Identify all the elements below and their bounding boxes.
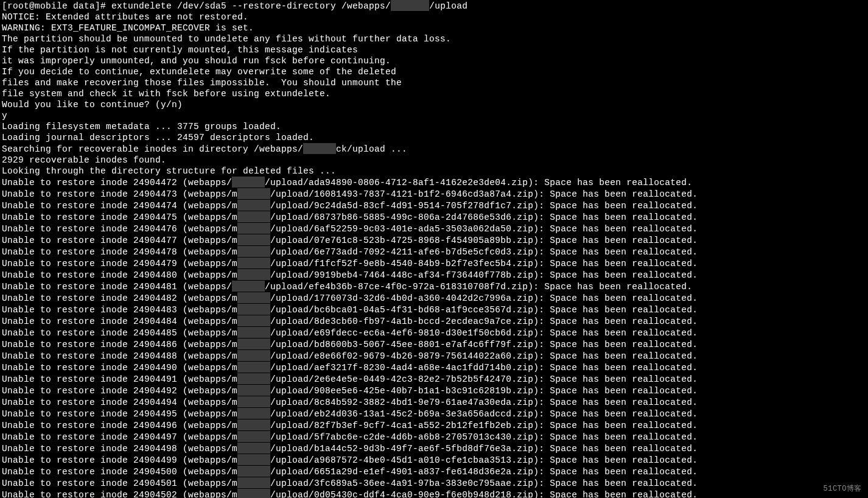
terminal-line: Looking through the directory structure … (2, 166, 866, 177)
restore-error-line: Unable to restore inode 24904483 (webapp… (2, 304, 866, 315)
restore-error-line: Unable to restore inode 24904492 (webapp… (2, 385, 866, 396)
redacted-segment (237, 246, 270, 257)
restore-error-line: Unable to restore inode 24904478 (webapp… (2, 246, 866, 258)
redacted-segment (232, 281, 265, 292)
terminal-line: Searching for recoverable inodes in dire… (2, 143, 866, 155)
redacted-segment (237, 419, 270, 430)
redacted-segment (237, 362, 270, 373)
redacted-segment (237, 443, 270, 454)
redacted-segment (237, 431, 270, 442)
redacted-segment (237, 373, 270, 384)
redacted-segment (237, 234, 270, 245)
redacted-segment (237, 304, 270, 315)
restore-error-line: Unable to restore inode 24904501 (webapp… (2, 477, 866, 489)
terminal-line: Loading filesystem metadata ... 3775 gro… (2, 121, 866, 132)
terminal-line: If the partition is not currently mounte… (2, 44, 866, 55)
terminal-line: file system and check it with fsck befor… (2, 88, 866, 99)
terminal-line: If you decide to continue, extundelete m… (2, 66, 866, 77)
redacted-segment (232, 177, 265, 188)
redacted-segment (237, 292, 270, 303)
restore-error-line: Unable to restore inode 24904500 (webapp… (2, 466, 866, 477)
restore-error-line: Unable to restore inode 24904476 (webapp… (2, 223, 866, 234)
redacted-segment (237, 408, 270, 419)
restore-error-line: Unable to restore inode 24904488 (webapp… (2, 350, 866, 362)
redacted-segment (237, 200, 270, 211)
terminal-line: WARNING: EXT3_FEATURE_INCOMPAT_RECOVER i… (2, 23, 866, 33)
restore-error-line: Unable to restore inode 24904485 (webapp… (2, 327, 866, 338)
terminal-line: 2929 recoverable inodes found. (2, 155, 866, 166)
terminal-line: The partition should be unmounted to und… (2, 33, 866, 44)
restore-error-line: Unable to restore inode 24904481 (webapp… (2, 281, 866, 292)
terminal-line: y (2, 110, 866, 121)
restore-error-line: Unable to restore inode 24904479 (webapp… (2, 258, 866, 269)
redacted-segment (237, 258, 270, 268)
redacted-segment (237, 338, 270, 349)
restore-error-line: Unable to restore inode 24904472 (webapp… (2, 177, 866, 188)
restore-error-line: Unable to restore inode 24904473 (webapp… (2, 188, 866, 200)
terminal-line: NOTICE: Extended attributes are not rest… (2, 12, 866, 23)
redacted-segment (237, 477, 270, 488)
restore-error-line: Unable to restore inode 24904474 (webapp… (2, 200, 866, 211)
restore-error-line: Unable to restore inode 24904486 (webapp… (2, 338, 866, 350)
redacted-segment (391, 0, 429, 11)
restore-error-line: Unable to restore inode 24904477 (webapp… (2, 234, 866, 246)
redacted-segment (237, 385, 270, 396)
redacted-segment (237, 489, 270, 498)
redacted-segment (303, 143, 336, 154)
restore-error-line: Unable to restore inode 24904497 (webapp… (2, 431, 866, 443)
watermark-text: 51CTO博客 (823, 483, 862, 494)
redacted-segment (237, 188, 270, 199)
restore-error-line: Unable to restore inode 24904484 (webapp… (2, 315, 866, 327)
command-line: [root@mobile data]# extundelete /dev/sda… (2, 0, 866, 12)
restore-error-line: Unable to restore inode 24904498 (webapp… (2, 443, 866, 454)
redacted-segment (237, 327, 270, 338)
terminal-line: files and make recovering those files im… (2, 77, 866, 88)
restore-error-line: Unable to restore inode 24904502 (webapp… (2, 489, 866, 498)
restore-error-line: Unable to restore inode 24904480 (webapp… (2, 269, 866, 281)
restore-error-line: Unable to restore inode 24904475 (webapp… (2, 211, 866, 223)
restore-error-line: Unable to restore inode 24904482 (webapp… (2, 292, 866, 304)
redacted-segment (237, 396, 270, 407)
redacted-segment (237, 315, 270, 326)
restore-error-line: Unable to restore inode 24904499 (webapp… (2, 454, 866, 466)
restore-error-line: Unable to restore inode 24904495 (webapp… (2, 408, 866, 419)
redacted-segment (237, 466, 270, 477)
terminal-line: Would you like to continue? (y/n) (2, 99, 866, 110)
redacted-segment (237, 223, 270, 234)
restore-error-line: Unable to restore inode 24904494 (webapp… (2, 396, 866, 408)
terminal-line: it was improperly unmounted, and you sho… (2, 55, 866, 66)
redacted-segment (237, 350, 270, 361)
redacted-segment (237, 211, 270, 222)
restore-error-line: Unable to restore inode 24904490 (webapp… (2, 362, 866, 373)
restore-error-line: Unable to restore inode 24904491 (webapp… (2, 373, 866, 385)
redacted-segment (237, 454, 270, 465)
terminal-line: Loading journal descriptors ... 24597 de… (2, 132, 866, 143)
restore-error-line: Unable to restore inode 24904496 (webapp… (2, 419, 866, 431)
redacted-segment (237, 269, 270, 280)
terminal-output: [root@mobile data]# extundelete /dev/sda… (2, 0, 866, 498)
